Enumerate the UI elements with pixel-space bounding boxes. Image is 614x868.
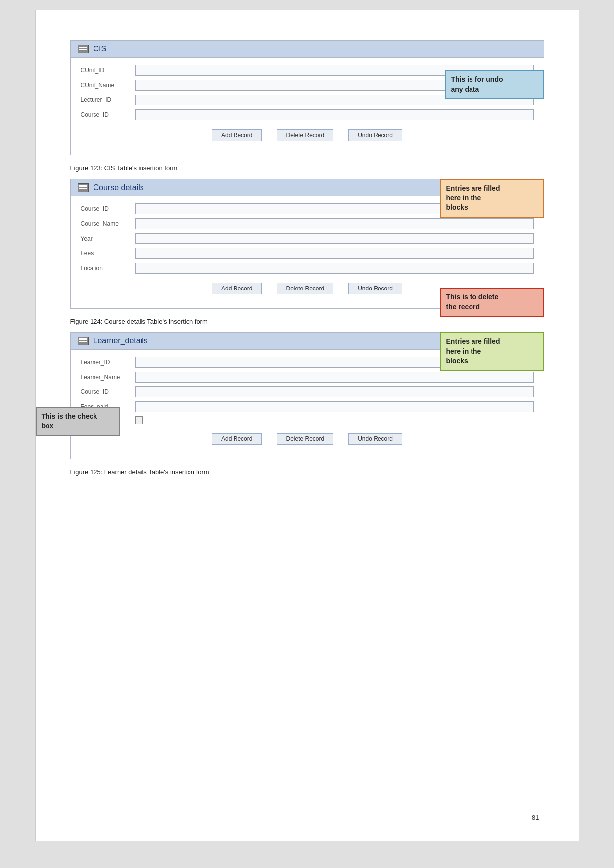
outsider-checkbox[interactable]: [135, 416, 143, 424]
year-label: Year: [81, 235, 135, 242]
year-input[interactable]: [135, 233, 534, 244]
course-figure-caption: Figure 124: Course details Table's inser…: [70, 318, 544, 325]
callout-checkbox: This is the check box: [36, 407, 120, 436]
course-name-input[interactable]: [135, 218, 534, 229]
lecturer-id-label: Lecturer_ID: [81, 96, 135, 103]
course-undo-record-button[interactable]: Undo Record: [348, 283, 402, 294]
learner-id-label: Learner_ID: [81, 359, 135, 366]
course-form-title: Course details: [94, 183, 144, 192]
learner-form-title: Learner_details: [94, 337, 148, 345]
learner-name-label: Learner_Name: [81, 374, 135, 381]
fees-paid-input[interactable]: [135, 401, 534, 412]
learner-delete-record-button[interactable]: Delete Record: [277, 433, 333, 445]
course-id-label-3: Course_ID: [81, 388, 135, 395]
learner-section: Entries are filled here in the blocks Th…: [70, 332, 544, 476]
form-row: Location: [81, 263, 534, 274]
form-row: Year: [81, 233, 534, 244]
form-row: Learner_Name: [81, 372, 534, 383]
cis-icon: [78, 45, 89, 53]
cunit-name-label: CUnit_Name: [81, 82, 135, 89]
course-id-input[interactable]: [135, 109, 534, 120]
course-id-label-2: Course_ID: [81, 205, 135, 212]
form-row: Outsider: [81, 416, 534, 424]
callout-undo: This is for undo any data: [445, 70, 544, 99]
page-number: 81: [532, 814, 539, 821]
course-id-label: Course_ID: [81, 111, 135, 118]
location-label: Location: [81, 265, 135, 272]
cis-undo-record-button[interactable]: Undo Record: [348, 129, 402, 141]
cis-delete-record-button[interactable]: Delete Record: [277, 129, 333, 141]
learner-name-input[interactable]: [135, 372, 534, 383]
cis-section: This is for undo any data CIS CUnit_ID C…: [70, 40, 544, 172]
course-icon: [78, 183, 89, 192]
course-name-label: Course_Name: [81, 220, 135, 227]
course-add-record-button[interactable]: Add Record: [212, 283, 262, 294]
fees-input[interactable]: [135, 248, 534, 259]
location-input[interactable]: [135, 263, 534, 274]
course-delete-record-button[interactable]: Delete Record: [277, 283, 333, 294]
form-row: Course_Name: [81, 218, 534, 229]
course-id-input-3[interactable]: [135, 386, 534, 397]
learner-form-actions: Add Record Delete Record Undo Record: [81, 428, 534, 452]
callout-entries-learner: Entries are filled here in the blocks: [440, 332, 544, 371]
cunit-id-label: CUnit_ID: [81, 67, 135, 74]
learner-figure-caption: Figure 125: Learner details Table's inse…: [70, 468, 544, 476]
cis-add-record-button[interactable]: Add Record: [212, 129, 262, 141]
page: This is for undo any data CIS CUnit_ID C…: [35, 10, 579, 841]
callout-entries-course: Entries are filled here in the blocks: [440, 179, 544, 218]
cis-figure-caption: Figure 123: CIS Table's insertion form: [70, 164, 544, 172]
learner-undo-record-button[interactable]: Undo Record: [348, 433, 402, 445]
form-row: Course_ID: [81, 386, 534, 397]
learner-add-record-button[interactable]: Add Record: [212, 433, 262, 445]
cis-form-header: CIS: [71, 41, 544, 58]
learner-icon: [78, 337, 89, 345]
form-row: Fees_paid: [81, 401, 534, 412]
form-row: Course_ID: [81, 109, 534, 120]
cis-form-actions: Add Record Delete Record Undo Record: [81, 124, 534, 148]
callout-delete-course: This is to delete the record: [440, 288, 544, 317]
course-section: Entries are filled here in the blocks Th…: [70, 179, 544, 325]
fees-label: Fees: [81, 250, 135, 257]
form-row: Fees: [81, 248, 534, 259]
cis-form-title: CIS: [94, 45, 107, 53]
